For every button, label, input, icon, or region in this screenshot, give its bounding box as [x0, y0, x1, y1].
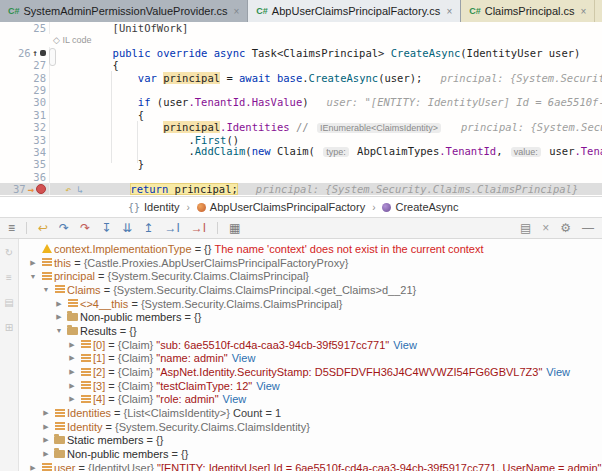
execution-statement-highlight: return principal; — [130, 183, 237, 195]
step-into-icon[interactable]: ↧ — [101, 219, 111, 237]
editor-gutter[interactable]: 31 — [0, 109, 50, 121]
editor-gutter[interactable]: 32 — [0, 121, 50, 133]
editor-gutter[interactable]: 34 — [0, 146, 50, 158]
code-editor[interactable]: 25 [UnitOfWork]◇ IL code26↑ public overr… — [0, 22, 602, 196]
variable-value: {Castle.Proxies.AbpUserClaimsPrincipalFa… — [84, 257, 349, 269]
method-marker-icon — [40, 50, 46, 56]
code-text: public override async Task<ClaimsPrincip… — [62, 47, 580, 59]
breadcrumb-item-abpuserclaimsprincipalfactory[interactable]: AbpUserClaimsPrincipalFactory — [197, 201, 365, 213]
force-step-over-icon[interactable]: ↷ — [80, 219, 90, 237]
expand-arrow-icon[interactable]: ▶ — [40, 436, 52, 444]
layout-settings-icon[interactable]: ▤ — [520, 219, 531, 237]
variable-row--0-[interactable]: ▶[0] = {Claim} "sub: 6ae5510f-cd4a-caa3-… — [19, 338, 602, 352]
fold-handle[interactable] — [49, 48, 56, 66]
menu-icon[interactable]: ≡ — [8, 219, 15, 237]
object-icon — [52, 422, 67, 431]
view-link[interactable]: View — [256, 380, 280, 392]
editor-gutter[interactable]: 27 — [0, 59, 50, 71]
show-execution-point-icon[interactable]: ↩ — [38, 219, 48, 237]
code-text: var principal = await base.CreateAsync(u… — [62, 72, 602, 84]
variable-row--4-this[interactable]: ▶<>4__this = {System.Security.Claims.Cla… — [19, 297, 602, 311]
variable-value: = — [95, 270, 108, 282]
frame-forward-icon[interactable]: ↳ — [77, 184, 83, 195]
layout-icon[interactable]: ▤ — [4, 297, 13, 308]
editor-tab-1[interactable]: C#AbpUserClaimsPrincipalFactory.cs× — [248, 0, 461, 22]
frame-back-icon[interactable]: ↶ — [65, 184, 71, 195]
tab-close-icon[interactable]: × — [446, 6, 452, 17]
editor-gutter[interactable]: 36 — [0, 171, 50, 183]
variable-row-user[interactable]: ▶user = {IdentityUser} "[ENTITY: Identit… — [19, 461, 602, 471]
view-link[interactable]: View — [223, 393, 247, 405]
force-step-into-icon[interactable]: ⇊ — [122, 219, 132, 237]
close-icon[interactable]: × — [542, 219, 549, 237]
editor-gutter[interactable]: 37→ — [0, 183, 50, 195]
editor-gutter[interactable]: 35 — [0, 158, 50, 170]
tab-close-icon[interactable]: × — [234, 6, 240, 17]
editor-gutter[interactable]: 29 — [0, 84, 50, 96]
breadcrumb-label: AbpUserClaimsPrincipalFactory — [210, 201, 365, 213]
view-link[interactable]: View — [546, 366, 570, 378]
variable-row-identities[interactable]: ▶Identities = {List<ClaimsIdentity>} Cou… — [19, 406, 602, 420]
expand-arrow-icon[interactable]: ▶ — [40, 423, 52, 431]
force-run-to-cursor-icon[interactable]: →I — [191, 219, 206, 237]
list-icon[interactable]: ≡ — [6, 272, 12, 283]
settings-gear-icon[interactable]: ⚙ — [560, 219, 571, 237]
expand-arrow-icon[interactable]: ▶ — [66, 382, 78, 390]
editor-tab-0[interactable]: C#SystemAdminPermissionValueProvider.cs× — [0, 0, 248, 22]
hide-panel-icon[interactable]: — — [582, 219, 594, 237]
restart-icon[interactable]: ↻ — [5, 247, 13, 258]
collapse-arrow-icon[interactable]: ▼ — [27, 273, 39, 280]
breadcrumb-item-createasync[interactable]: CreateAsync — [382, 201, 458, 213]
evaluate-expression-icon[interactable]: ▦ — [229, 219, 240, 237]
expand-arrow-icon[interactable]: ▶ — [66, 341, 78, 349]
expand-arrow-icon[interactable]: ▶ — [66, 395, 78, 403]
variable-row-static-members[interactable]: ▶Static members = {} — [19, 434, 602, 448]
variable-row-non-public-members[interactable]: ▶Non-public members = {} — [19, 447, 602, 461]
variable-row--3-[interactable]: ▶[3] = {Claim} "testClaimType: 12"View — [19, 379, 602, 393]
collapse-arrow-icon[interactable]: ▼ — [53, 327, 65, 334]
expand-arrow-icon[interactable]: ▶ — [53, 300, 65, 308]
tab-close-icon[interactable]: × — [581, 6, 587, 17]
variable-row-context-implementationtype[interactable]: context.ImplementationType = {} The name… — [19, 242, 602, 256]
object-icon — [52, 285, 67, 294]
variable-row-non-public-members[interactable]: ▶Non-public members = {} — [19, 310, 602, 324]
variable-row-results[interactable]: ▼Results = {} — [19, 324, 602, 338]
expand-arrow-icon[interactable]: ▶ — [27, 259, 39, 267]
toolbar-separator — [217, 222, 218, 234]
editor-gutter[interactable]: 26↑ — [0, 47, 50, 59]
variable-row-identity[interactable]: ▶Identity = {System.Security.Claims.Clai… — [19, 420, 602, 434]
tab-label: SystemAdminPermissionValueProvider.cs — [24, 5, 228, 17]
expand-arrow-icon[interactable]: ▶ — [66, 368, 78, 376]
breakpoint-icon[interactable] — [36, 184, 46, 194]
expand-arrow-icon[interactable]: ▶ — [66, 354, 78, 362]
editor-tab-2[interactable]: C#ClaimsPrincipal.cs× — [461, 0, 595, 22]
variable-row-claims[interactable]: ▼Claims = {System.Security.Claims.Claims… — [19, 283, 602, 297]
step-over-icon[interactable]: ↷ — [59, 219, 69, 237]
editor-gutter[interactable]: 30 — [0, 96, 50, 108]
expand-arrow-icon[interactable]: ▶ — [40, 450, 52, 458]
variable-row--1-[interactable]: ▶[1] = {Claim} "name: admin"View — [19, 352, 602, 366]
step-out-icon[interactable]: ↥ — [143, 219, 153, 237]
object-icon — [78, 354, 93, 363]
expand-arrow-icon[interactable]: ▶ — [40, 409, 52, 417]
expand-arrow-icon[interactable]: ▶ — [27, 464, 39, 471]
variable-row--2-[interactable]: ▶[2] = {Claim} "AspNet.Identity.Security… — [19, 365, 602, 379]
view-link[interactable]: View — [232, 352, 256, 364]
add-watch-icon[interactable]: ⊞ — [5, 322, 13, 333]
collapse-arrow-icon[interactable]: ▼ — [40, 286, 52, 293]
breadcrumb-item-identity[interactable]: {}Identity — [128, 201, 180, 213]
variable-name: [4] — [93, 393, 105, 405]
code-text: .AddClaim(new Claim( type: AbpClaimTypes… — [62, 145, 602, 158]
variable-row-this[interactable]: ▶this = {Castle.Proxies.AbpUserClaimsPri… — [19, 256, 602, 270]
editor-gutter[interactable]: 25 — [0, 22, 50, 34]
editor-gutter[interactable]: 28 — [0, 72, 50, 84]
run-to-cursor-icon[interactable]: →I — [164, 219, 179, 237]
override-marker-icon[interactable]: ↑ — [33, 47, 38, 59]
variable-row--4-[interactable]: ▶[4] = {Claim} "role: admin"View — [19, 393, 602, 407]
editor-gutter[interactable]: 33 — [0, 134, 50, 146]
variable-name: Static members — [67, 434, 143, 446]
expand-arrow-icon[interactable]: ▶ — [53, 313, 65, 321]
variable-row-principal[interactable]: ▼principal = {System.Security.Claims.Cla… — [19, 269, 602, 283]
indent-guide — [137, 121, 138, 163]
view-link[interactable]: View — [393, 339, 417, 351]
